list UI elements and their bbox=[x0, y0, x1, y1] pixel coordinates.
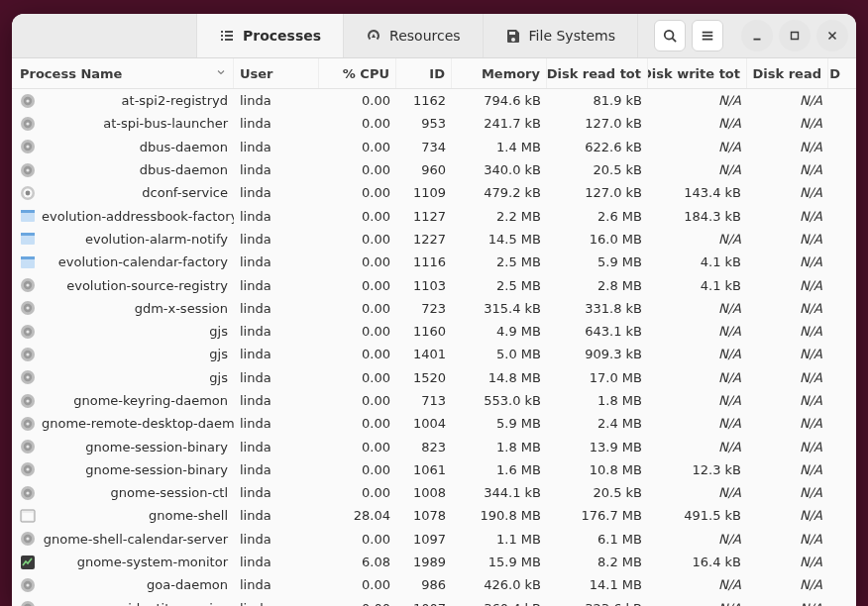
process-disk-read: N/A bbox=[747, 440, 828, 454]
table-row[interactable]: dbus-daemonlinda0.00960340.0 kB20.5 kBN/… bbox=[12, 158, 856, 181]
process-cpu: 0.00 bbox=[319, 93, 396, 108]
process-disk-read-total: 331.8 kB bbox=[547, 301, 648, 316]
process-id: 1008 bbox=[396, 485, 452, 500]
column-header-memory[interactable]: Memory bbox=[452, 58, 547, 88]
table-row[interactable]: evolution-calendar-factorylinda0.0011162… bbox=[12, 251, 856, 273]
process-disk-read: N/A bbox=[747, 232, 828, 247]
process-cpu: 0.00 bbox=[319, 601, 396, 606]
process-memory: 2.5 MB bbox=[452, 278, 547, 293]
table-row[interactable]: at-spi-bus-launcherlinda0.00953241.7 kB1… bbox=[12, 112, 856, 135]
hamburger-menu-button[interactable] bbox=[692, 20, 723, 51]
process-disk-write-total: 12.3 kB bbox=[648, 462, 747, 477]
table-row[interactable]: gnome-session-ctllinda0.001008344.1 kB20… bbox=[12, 481, 856, 504]
process-disk-write-total: N/A bbox=[648, 577, 747, 592]
table-row[interactable]: gjslinda0.0011604.9 MB643.1 kBN/AN/A bbox=[12, 320, 856, 343]
tab-processes[interactable]: Processes bbox=[196, 14, 344, 57]
process-id: 986 bbox=[396, 577, 452, 592]
column-header-disk-read-total[interactable]: Disk read tot bbox=[547, 58, 648, 88]
process-name: gjs bbox=[209, 324, 228, 339]
process-memory: 241.7 kB bbox=[452, 116, 547, 131]
process-disk-write-total: N/A bbox=[648, 416, 747, 431]
column-header-id[interactable]: ID bbox=[396, 58, 452, 88]
process-disk-read: N/A bbox=[747, 93, 828, 108]
process-disk-read: N/A bbox=[747, 278, 828, 293]
process-cpu: 0.00 bbox=[319, 485, 396, 500]
process-memory: 190.8 MB bbox=[452, 508, 547, 523]
process-disk-write-total: N/A bbox=[648, 440, 747, 454]
process-disk-read-total: 643.1 kB bbox=[547, 324, 648, 339]
table-row[interactable]: evolution-addressbook-factorylinda0.0011… bbox=[12, 204, 856, 227]
column-header-disk-write-total[interactable]: Disk write tot bbox=[648, 58, 747, 88]
process-user: linda bbox=[234, 532, 319, 547]
close-icon bbox=[825, 29, 839, 43]
process-cpu: 0.00 bbox=[319, 440, 396, 454]
table-row[interactable]: gnome-shelllinda28.041078190.8 MB176.7 M… bbox=[12, 504, 856, 527]
process-user: linda bbox=[234, 440, 319, 454]
process-disk-write-total: N/A bbox=[648, 370, 747, 385]
table-row[interactable]: goa-identity-servicelinda0.001007360.4 k… bbox=[12, 597, 856, 606]
search-button[interactable] bbox=[654, 20, 686, 51]
table-row[interactable]: gdm-x-sessionlinda0.00723315.4 kB331.8 k… bbox=[12, 297, 856, 320]
table-row[interactable]: gnome-remote-desktop-daemlinda0.0010045.… bbox=[12, 412, 856, 435]
tab-filesystems[interactable]: File Systems bbox=[484, 14, 638, 57]
process-disk-read: N/A bbox=[747, 116, 828, 131]
process-disk-read-total: 176.7 MB bbox=[547, 508, 648, 523]
process-user: linda bbox=[234, 93, 319, 108]
table-row[interactable]: gnome-session-binarylinda0.008231.8 MB13… bbox=[12, 435, 856, 457]
process-disk-read: N/A bbox=[747, 601, 828, 606]
table-row[interactable]: gnome-session-binarylinda0.0010611.6 MB1… bbox=[12, 458, 856, 481]
column-header-overflow[interactable]: D bbox=[828, 58, 846, 88]
process-name: goa-daemon bbox=[147, 577, 228, 592]
process-cpu: 0.00 bbox=[319, 254, 396, 269]
process-cpu: 0.00 bbox=[319, 209, 396, 224]
window-maximize-button[interactable] bbox=[779, 20, 811, 51]
gear-icon bbox=[20, 485, 36, 501]
gear-icon bbox=[20, 600, 36, 606]
process-name: gnome-keyring-daemon bbox=[73, 393, 228, 408]
process-memory: 14.5 MB bbox=[452, 232, 547, 247]
process-user: linda bbox=[234, 416, 319, 431]
process-cpu: 28.04 bbox=[319, 508, 396, 523]
process-memory: 360.4 kB bbox=[452, 601, 547, 606]
process-cpu: 0.00 bbox=[319, 324, 396, 339]
process-name: gnome-system-monitor bbox=[77, 555, 228, 569]
process-disk-read-total: 20.5 kB bbox=[547, 162, 648, 177]
process-name: goa-identity-service bbox=[100, 601, 229, 606]
table-row[interactable]: goa-daemonlinda0.00986426.0 kB14.1 MBN/A… bbox=[12, 573, 856, 596]
process-user: linda bbox=[234, 508, 319, 523]
process-cpu: 0.00 bbox=[319, 347, 396, 361]
table-row[interactable]: dconf-servicelinda0.001109479.2 kB127.0 … bbox=[12, 181, 856, 204]
process-user: linda bbox=[234, 232, 319, 247]
process-table-body[interactable]: at-spi2-registrydlinda0.001162794.6 kB81… bbox=[12, 89, 856, 606]
table-row[interactable]: gjslinda0.0014015.0 MB909.3 kBN/AN/A bbox=[12, 343, 856, 365]
table-row[interactable]: gnome-shell-calendar-serverlinda0.001097… bbox=[12, 528, 856, 551]
process-user: linda bbox=[234, 462, 319, 477]
process-id: 713 bbox=[396, 393, 452, 408]
gear-icon bbox=[20, 416, 36, 432]
tab-resources[interactable]: Resources bbox=[344, 14, 484, 57]
process-memory: 2.2 MB bbox=[452, 209, 547, 224]
process-disk-write-total: N/A bbox=[648, 93, 747, 108]
column-header-user[interactable]: User bbox=[234, 58, 319, 88]
process-name: gnome-session-binary bbox=[85, 440, 228, 454]
column-header-cpu[interactable]: % CPU bbox=[319, 58, 396, 88]
process-disk-read: N/A bbox=[747, 555, 828, 569]
process-user: linda bbox=[234, 278, 319, 293]
window-minimize-button[interactable] bbox=[741, 20, 773, 51]
column-header-disk-read[interactable]: Disk read bbox=[747, 58, 828, 88]
process-memory: 344.1 kB bbox=[452, 485, 547, 500]
table-row[interactable]: at-spi2-registrydlinda0.001162794.6 kB81… bbox=[12, 89, 856, 112]
gear-icon bbox=[20, 347, 36, 362]
table-row[interactable]: evolution-alarm-notifylinda0.00122714.5 … bbox=[12, 228, 856, 251]
process-user: linda bbox=[234, 254, 319, 269]
table-row[interactable]: gnome-system-monitorlinda6.08198915.9 MB… bbox=[12, 551, 856, 573]
process-disk-read: N/A bbox=[747, 577, 828, 592]
column-header-name[interactable]: Process Name bbox=[14, 58, 234, 88]
process-id: 1078 bbox=[396, 508, 452, 523]
window-close-button[interactable] bbox=[816, 20, 848, 51]
table-row[interactable]: gjslinda0.00152014.8 MB17.0 MBN/AN/A bbox=[12, 366, 856, 389]
table-row[interactable]: gnome-keyring-daemonlinda0.00713553.0 kB… bbox=[12, 389, 856, 412]
process-id: 1007 bbox=[396, 601, 452, 606]
table-row[interactable]: evolution-source-registrylinda0.0011032.… bbox=[12, 273, 856, 296]
table-row[interactable]: dbus-daemonlinda0.007341.4 MB622.6 kBN/A… bbox=[12, 136, 856, 158]
